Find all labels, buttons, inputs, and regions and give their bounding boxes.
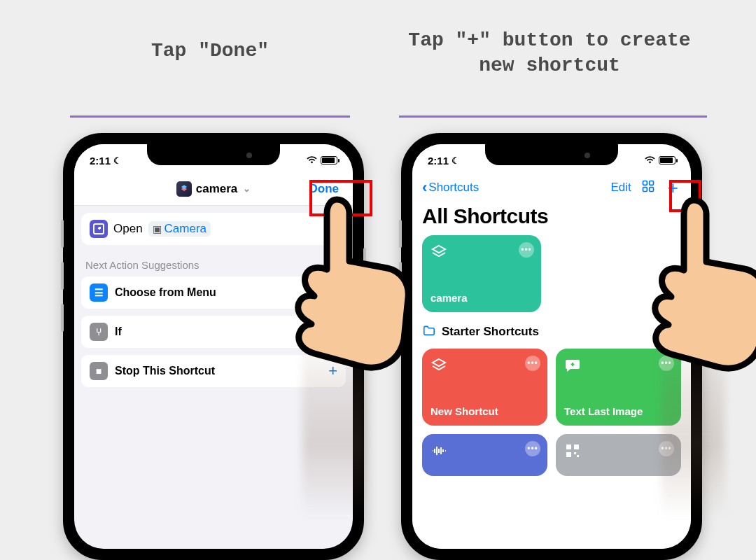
back-button[interactable]: ‹ Shortcuts — [422, 178, 479, 197]
suggestion-label: Stop This Shortcut — [115, 365, 215, 377]
page-title: All Shortcuts — [422, 204, 681, 228]
qr-icon — [564, 442, 581, 459]
do-not-disturb-icon: ☾ — [113, 155, 122, 166]
more-icon[interactable]: ••• — [525, 441, 540, 456]
action-open-app[interactable]: Open ▣ Camera — [81, 213, 346, 245]
camera-icon: ▣ — [153, 223, 162, 234]
divider-right — [399, 115, 707, 118]
chevron-left-icon: ‹ — [422, 178, 427, 197]
tile-label: Text Last Image — [564, 405, 673, 417]
do-not-disturb-icon: ☾ — [451, 155, 460, 166]
highlight-plus-button — [669, 180, 701, 212]
app-name: Camera — [164, 222, 206, 236]
menu-icon: ☰ — [90, 284, 108, 302]
folder-icon — [422, 325, 436, 340]
caption-right: Tap "+" button to create new shortcut — [396, 28, 704, 79]
notch — [147, 144, 280, 165]
stop-icon: ■ — [90, 362, 108, 380]
caption-left: Tap "Done" — [70, 38, 350, 64]
edit-button[interactable]: Edit — [611, 181, 631, 195]
action-verb: Open — [113, 222, 143, 236]
app-parameter-chip[interactable]: ▣ Camera — [148, 221, 211, 237]
hand-shadow — [662, 336, 724, 518]
notch — [485, 144, 618, 165]
shortcut-tile-new-shortcut[interactable]: ••• New Shortcut — [422, 349, 547, 426]
tile-label: camera — [430, 292, 533, 304]
status-time: 2:11 — [428, 155, 449, 167]
view-grid-icon[interactable] — [641, 179, 655, 197]
more-icon[interactable]: ••• — [525, 356, 540, 371]
svg-rect-5 — [574, 444, 579, 449]
phone-right: 2:11 ☾ ‹ Shortcuts Edit + — [401, 133, 702, 560]
layers-icon — [430, 357, 447, 374]
layers-icon — [430, 244, 447, 260]
section-label: Starter Shortcuts — [442, 325, 539, 339]
suggestions-heading: Next Action Suggestions — [81, 245, 346, 276]
svg-rect-8 — [577, 455, 579, 457]
suggestion-label: Choose from Menu — [115, 286, 216, 299]
svg-rect-2 — [643, 187, 647, 191]
back-label: Shortcuts — [428, 181, 479, 195]
suggestion-choose-from-menu[interactable]: ☰ Choose from Menu + — [81, 276, 346, 309]
svg-rect-4 — [566, 444, 571, 449]
section-starter-shortcuts[interactable]: Starter Shortcuts + — [422, 322, 681, 342]
svg-rect-0 — [643, 181, 647, 185]
navbar: ‹ Shortcuts Edit + — [412, 172, 691, 203]
svg-rect-7 — [574, 452, 576, 454]
screen-all-shortcuts: 2:11 ☾ ‹ Shortcuts Edit + — [412, 144, 691, 549]
svg-rect-3 — [649, 187, 653, 191]
shortcuts-app-icon — [176, 181, 192, 197]
branch-icon: ⑂ — [90, 323, 108, 341]
battery-icon — [659, 156, 676, 164]
tile-label: New Shortcut — [430, 405, 539, 417]
shortcuts-body: All Shortcuts ••• camera Starter Shortcu… — [412, 203, 691, 549]
shortcut-tile-camera[interactable]: ••• camera — [422, 235, 541, 312]
chevron-down-icon: ⌄ — [243, 183, 251, 194]
battery-icon — [321, 156, 337, 164]
more-icon[interactable]: ••• — [519, 242, 534, 258]
svg-rect-1 — [649, 181, 653, 185]
suggestion-label: If — [115, 326, 122, 338]
open-app-icon — [90, 220, 108, 238]
shortcut-tile-waveform[interactable]: ••• — [422, 434, 547, 476]
wifi-icon — [644, 155, 656, 167]
waveform-icon — [430, 442, 447, 459]
wifi-icon — [306, 155, 318, 167]
divider-left — [70, 115, 350, 118]
shortcut-title[interactable]: camera ⌄ — [176, 181, 251, 197]
shortcut-name: camera — [196, 182, 238, 196]
status-time: 2:11 — [90, 155, 111, 167]
hand-shadow — [302, 336, 365, 518]
add-icon[interactable]: + — [328, 284, 337, 302]
svg-rect-6 — [566, 452, 571, 457]
message-plus-icon — [564, 357, 581, 374]
highlight-done-button — [309, 180, 372, 216]
